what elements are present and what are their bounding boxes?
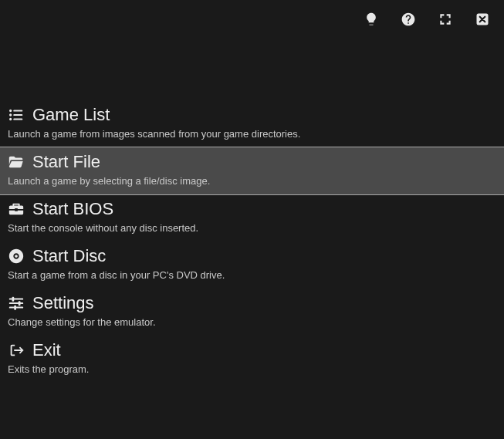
menu-item-desc: Launch a game from images scanned from y…: [8, 128, 496, 140]
menu-item-desc: Launch a game by selecting a file/disc i…: [8, 175, 496, 187]
menu-item-game-list[interactable]: Game List Launch a game from images scan…: [0, 100, 504, 147]
sliders-icon: [8, 295, 25, 312]
svg-rect-7: [9, 299, 23, 300]
help-icon[interactable]: [401, 12, 416, 27]
svg-rect-8: [12, 297, 15, 302]
toolbox-icon: [8, 201, 25, 218]
svg-rect-6: [13, 118, 22, 120]
menu-item-title: Game List: [32, 105, 110, 125]
svg-rect-9: [9, 302, 23, 304]
menu-item-start-bios[interactable]: Start BIOS Start the console without any…: [0, 194, 504, 241]
menu-item-start-disc[interactable]: Start Disc Start a game from a disc in y…: [0, 241, 504, 289]
svg-rect-10: [19, 301, 21, 306]
folder-open-icon: [8, 154, 25, 171]
menu-item-title: Settings: [32, 293, 94, 313]
menu-item-desc: Start a game from a disc in your PC's DV…: [8, 269, 496, 281]
close-icon[interactable]: [475, 12, 490, 27]
svg-point-1: [9, 110, 12, 112]
svg-rect-4: [13, 114, 22, 116]
lightbulb-icon[interactable]: [364, 12, 379, 27]
menu-item-title: Start BIOS: [32, 199, 113, 219]
menu-item-exit[interactable]: Exit Exits the program.: [0, 336, 504, 383]
main-menu: Game List Launch a game from images scan…: [0, 100, 504, 383]
menu-item-title: Exit: [32, 340, 61, 360]
menu-item-start-file[interactable]: Start File Launch a game by selecting a …: [0, 147, 504, 194]
svg-rect-12: [14, 306, 16, 310]
menu-item-settings[interactable]: Settings Change settings for the emulato…: [0, 289, 504, 336]
exit-icon: [8, 342, 25, 359]
topbar: [0, 0, 504, 31]
disc-icon: [8, 248, 25, 265]
list-icon: [8, 106, 25, 123]
svg-point-3: [9, 113, 12, 116]
menu-item-desc: Start the console without any disc inser…: [8, 222, 496, 234]
menu-item-desc: Change settings for the emulator.: [8, 316, 496, 328]
menu-item-desc: Exits the program.: [8, 363, 496, 375]
menu-item-title: Start File: [32, 152, 100, 172]
fullscreen-icon[interactable]: [438, 12, 453, 27]
svg-rect-2: [13, 110, 22, 111]
svg-point-5: [9, 118, 12, 120]
menu-item-title: Start Disc: [32, 246, 106, 266]
